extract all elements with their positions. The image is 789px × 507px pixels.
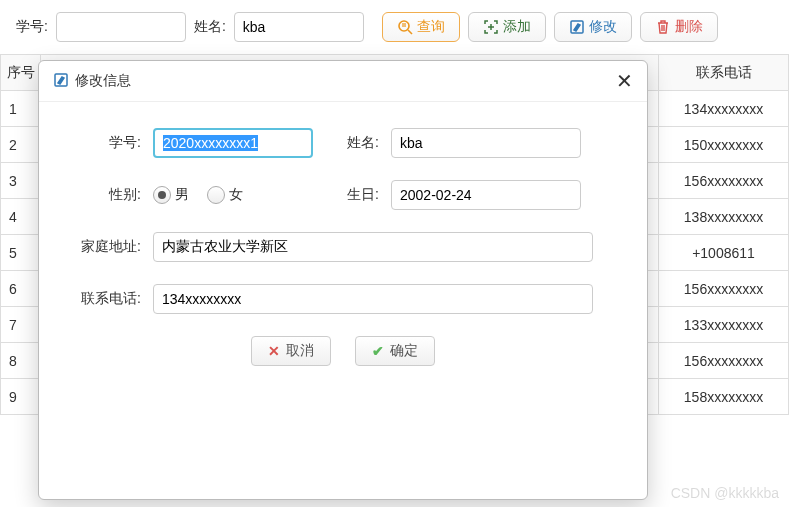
- cell-phone: 138xxxxxxxx: [659, 199, 789, 235]
- cell-seq: 4: [1, 199, 41, 235]
- col-phone-header[interactable]: 联系电话: [659, 55, 789, 91]
- cell-seq: 3: [1, 163, 41, 199]
- dialog-title: 修改信息: [75, 72, 131, 90]
- cancel-button[interactable]: ✕ 取消: [251, 336, 331, 366]
- dlg-gender-label: 性别:: [73, 186, 153, 204]
- cell-phone: 156xxxxxxxx: [659, 343, 789, 379]
- cell-seq: 1: [1, 91, 41, 127]
- cell-phone: 156xxxxxxxx: [659, 163, 789, 199]
- dlg-addr-input[interactable]: [153, 232, 593, 262]
- dlg-name-input[interactable]: [391, 128, 581, 158]
- cell-phone: 134xxxxxxxx: [659, 91, 789, 127]
- edit-icon: [53, 72, 69, 91]
- ok-label: 确定: [390, 342, 418, 360]
- cell-seq: 8: [1, 343, 41, 379]
- delete-label: 删除: [675, 18, 703, 36]
- radio-male[interactable]: 男: [153, 186, 189, 204]
- close-icon[interactable]: ✕: [616, 71, 633, 91]
- add-label: 添加: [503, 18, 531, 36]
- radio-female-label: 女: [229, 186, 243, 204]
- dialog-titlebar: 修改信息 ✕: [39, 61, 647, 102]
- toolbar: 学号: 姓名: 查询 添加 修改 删除: [0, 0, 789, 54]
- id-input[interactable]: [56, 12, 186, 42]
- edit-icon: [569, 19, 585, 35]
- dlg-birth-label: 生日:: [341, 186, 391, 204]
- add-button[interactable]: 添加: [468, 12, 546, 42]
- cell-phone: 158xxxxxxxx: [659, 379, 789, 415]
- cell-phone: 133xxxxxxxx: [659, 307, 789, 343]
- cell-seq: 9: [1, 379, 41, 415]
- ok-button[interactable]: ✔ 确定: [355, 336, 435, 366]
- watermark: CSDN @kkkkkba: [671, 485, 779, 501]
- cell-phone: 156xxxxxxxx: [659, 271, 789, 307]
- dlg-phone-label: 联系电话:: [73, 290, 153, 308]
- radio-male-label: 男: [175, 186, 189, 204]
- col-seq-header[interactable]: 序号: [1, 55, 41, 91]
- check-icon: ✔: [372, 343, 384, 359]
- cancel-label: 取消: [286, 342, 314, 360]
- search-icon: [397, 19, 413, 35]
- trash-icon: [655, 19, 671, 35]
- dlg-birth-input[interactable]: [391, 180, 581, 210]
- edit-dialog: 修改信息 ✕ 学号: 姓名: 性别: 男 女 生日:: [38, 60, 648, 500]
- x-icon: ✕: [268, 343, 280, 359]
- svg-line-1: [408, 30, 412, 34]
- query-label: 查询: [417, 18, 445, 36]
- radio-icon: [207, 186, 225, 204]
- dlg-phone-input[interactable]: [153, 284, 593, 314]
- dlg-id-label: 学号:: [73, 134, 153, 152]
- dlg-id-input[interactable]: [153, 128, 313, 158]
- dlg-name-label: 姓名:: [341, 134, 391, 152]
- dlg-addr-label: 家庭地址:: [73, 238, 153, 256]
- scan-add-icon: [483, 19, 499, 35]
- edit-button[interactable]: 修改: [554, 12, 632, 42]
- cell-seq: 5: [1, 235, 41, 271]
- radio-female[interactable]: 女: [207, 186, 243, 204]
- cell-seq: 2: [1, 127, 41, 163]
- id-label: 学号:: [16, 18, 48, 36]
- cell-seq: 7: [1, 307, 41, 343]
- radio-icon: [153, 186, 171, 204]
- edit-label: 修改: [589, 18, 617, 36]
- cell-phone: +1008611: [659, 235, 789, 271]
- delete-button[interactable]: 删除: [640, 12, 718, 42]
- cell-seq: 6: [1, 271, 41, 307]
- name-input[interactable]: [234, 12, 364, 42]
- cell-phone: 150xxxxxxxx: [659, 127, 789, 163]
- query-button[interactable]: 查询: [382, 12, 460, 42]
- name-label: 姓名:: [194, 18, 226, 36]
